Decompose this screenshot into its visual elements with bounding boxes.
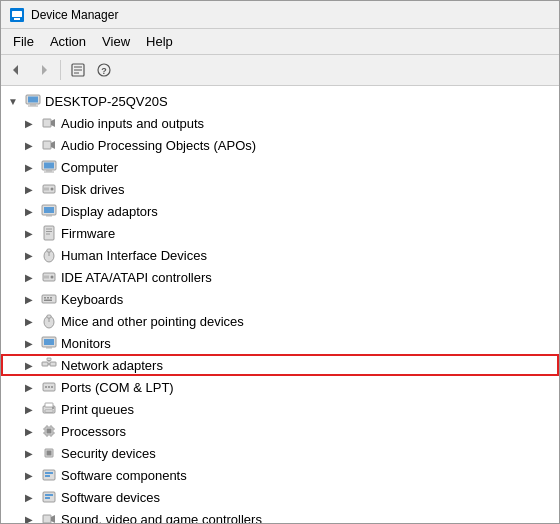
tree-item-keyboards[interactable]: ▶ Keyboards	[1, 288, 559, 310]
security-devices-label: Security devices	[61, 446, 156, 461]
svg-rect-17	[43, 141, 51, 149]
expander-mice[interactable]: ▶	[21, 313, 37, 329]
tree-item-audio-io[interactable]: ▶ Audio inputs and outputs	[1, 112, 559, 134]
svg-rect-79	[45, 494, 53, 496]
menu-view[interactable]: View	[94, 31, 138, 52]
svg-rect-13	[30, 104, 36, 106]
expander-monitors[interactable]: ▶	[21, 335, 37, 351]
svg-rect-12	[28, 97, 38, 103]
tree-item-ide[interactable]: ▶ IDE ATA/ATAPI controllers	[1, 266, 559, 288]
computer-label: Computer	[61, 160, 118, 175]
svg-rect-80	[45, 497, 50, 499]
svg-rect-35	[47, 249, 51, 252]
network-adapters-label: Network adapters	[61, 358, 163, 373]
tree-root[interactable]: ▼ DESKTOP-25QV20S	[1, 90, 559, 112]
ports-label: Ports (COM & LPT)	[61, 380, 174, 395]
network-adapters-icon	[41, 357, 57, 373]
computer-icon	[25, 93, 41, 109]
expander-ports[interactable]: ▶	[21, 379, 37, 395]
print-queues-icon	[41, 401, 57, 417]
sound-video-label: Sound, video and game controllers	[61, 512, 262, 524]
tree-item-security-devices[interactable]: ▶ Security devices	[1, 442, 559, 464]
expander-computer[interactable]: ▶	[21, 159, 37, 175]
keyboards-icon	[41, 291, 57, 307]
toolbar-properties-button[interactable]	[66, 58, 90, 82]
expander-software-components[interactable]: ▶	[21, 467, 37, 483]
menu-action[interactable]: Action	[42, 31, 94, 52]
svg-rect-48	[44, 339, 54, 345]
svg-rect-41	[47, 297, 49, 299]
expander-ide[interactable]: ▶	[21, 269, 37, 285]
firmware-icon	[41, 225, 57, 241]
svg-rect-38	[44, 276, 49, 279]
svg-point-58	[51, 386, 53, 388]
security-devices-icon	[41, 445, 57, 461]
tree-item-sound-video[interactable]: ▶ Sound, video and game controllers	[1, 508, 559, 523]
software-devices-label: Software devices	[61, 490, 160, 505]
tree-item-hid[interactable]: ▶ Human Interface Devices	[1, 244, 559, 266]
svg-rect-39	[42, 295, 56, 303]
svg-marker-82	[51, 515, 55, 523]
svg-rect-14	[28, 106, 38, 107]
root-expander[interactable]: ▼	[5, 93, 21, 109]
expander-keyboards[interactable]: ▶	[21, 291, 37, 307]
tree-item-software-components[interactable]: ▶ Software components	[1, 464, 559, 486]
svg-rect-40	[44, 297, 46, 299]
tree-item-print-queues[interactable]: ▶ Print queues	[1, 398, 559, 420]
expander-network-adapters[interactable]: ▶	[21, 357, 37, 373]
menu-help[interactable]: Help	[138, 31, 181, 52]
software-devices-icon	[41, 489, 57, 505]
help-icon: ?	[96, 62, 112, 78]
forward-icon	[36, 63, 50, 77]
firmware-label: Firmware	[61, 226, 115, 241]
print-queues-label: Print queues	[61, 402, 134, 417]
svg-rect-60	[45, 403, 53, 407]
toolbar-forward-button[interactable]	[31, 58, 55, 82]
expander-firmware[interactable]: ▶	[21, 225, 37, 241]
tree-item-network-adapters[interactable]: ▶ Network adapters	[1, 354, 559, 376]
svg-rect-54	[47, 358, 51, 361]
svg-rect-77	[45, 475, 50, 477]
svg-marker-16	[51, 119, 55, 127]
tree-item-mice[interactable]: ▶ Mice and other pointing devices	[1, 310, 559, 332]
tree-item-audio-apo[interactable]: ▶ Audio Processing Objects (APOs)	[1, 134, 559, 156]
expander-audio-io[interactable]: ▶	[21, 115, 37, 131]
monitors-icon	[41, 335, 57, 351]
expander-disk-drives[interactable]: ▶	[21, 181, 37, 197]
expander-hid[interactable]: ▶	[21, 247, 37, 263]
audio-io-icon	[41, 115, 57, 131]
tree-item-display-adaptors[interactable]: ▶ Display adaptors	[1, 200, 559, 222]
svg-rect-64	[47, 429, 52, 434]
svg-text:?: ?	[101, 66, 107, 76]
svg-rect-81	[43, 515, 51, 523]
svg-rect-15	[43, 119, 51, 127]
expander-print-queues[interactable]: ▶	[21, 401, 37, 417]
tree-item-firmware[interactable]: ▶ Firmware	[1, 222, 559, 244]
tree-item-monitors[interactable]: ▶ Monitors	[1, 332, 559, 354]
back-icon	[10, 63, 24, 77]
device-tree: ▼ DESKTOP-25QV20S ▶ Audio inputs and	[1, 86, 559, 523]
root-label: DESKTOP-25QV20S	[45, 94, 168, 109]
display-adaptors-label: Display adaptors	[61, 204, 158, 219]
expander-display-adaptors[interactable]: ▶	[21, 203, 37, 219]
expander-security-devices[interactable]: ▶	[21, 445, 37, 461]
expander-sound-video[interactable]: ▶	[21, 511, 37, 523]
audio-apo-icon	[41, 137, 57, 153]
tree-item-ports[interactable]: ▶ Ports (COM & LPT)	[1, 376, 559, 398]
ide-label: IDE ATA/ATAPI controllers	[61, 270, 212, 285]
tree-item-processors[interactable]: ▶ Processors	[1, 420, 559, 442]
menu-file[interactable]: File	[5, 31, 42, 52]
software-components-label: Software components	[61, 468, 187, 483]
tree-item-software-devices[interactable]: ▶ Software devices	[1, 486, 559, 508]
toolbar-help-button[interactable]: ?	[92, 58, 116, 82]
expander-processors[interactable]: ▶	[21, 423, 37, 439]
svg-rect-2	[14, 18, 20, 20]
expander-software-devices[interactable]: ▶	[21, 489, 37, 505]
display-adaptors-icon	[41, 203, 57, 219]
keyboards-label: Keyboards	[61, 292, 123, 307]
tree-item-disk-drives[interactable]: ▶ Disk drives	[1, 178, 559, 200]
tree-item-computer[interactable]: ▶ Computer	[1, 156, 559, 178]
toolbar-back-button[interactable]	[5, 58, 29, 82]
toolbar-separator-1	[60, 60, 61, 80]
expander-audio-apo[interactable]: ▶	[21, 137, 37, 153]
